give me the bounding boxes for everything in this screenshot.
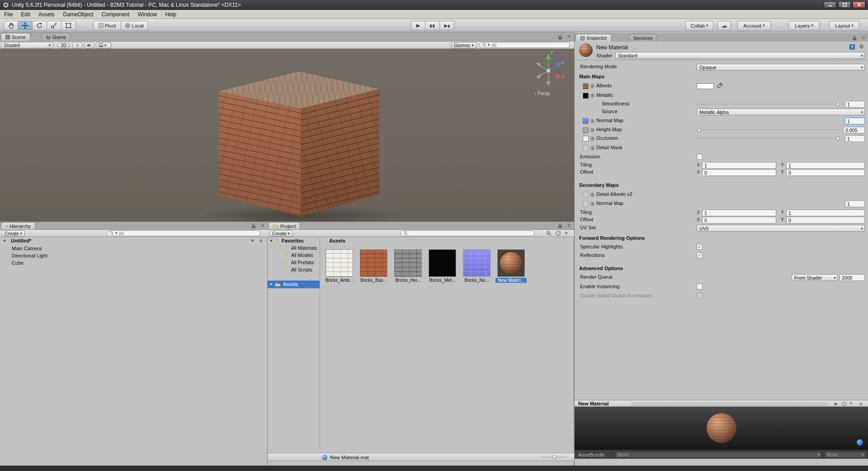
- gizmo-axis-y-label[interactable]: y: [551, 49, 553, 54]
- lock-icon[interactable]: [251, 224, 256, 228]
- slider-knob[interactable]: [836, 137, 840, 141]
- thumbnail-size-slider[interactable]: [541, 455, 567, 459]
- maximize-button[interactable]: [838, 1, 851, 8]
- preview-light-icon[interactable]: ••: [849, 401, 852, 405]
- secondary-offset-x-field[interactable]: 0: [702, 217, 776, 224]
- assets-folder-row[interactable]: ▼ Assets: [268, 281, 320, 288]
- scene-orientation-gizmo[interactable]: y z x: [530, 51, 567, 90]
- lock-icon[interactable]: [558, 35, 562, 40]
- layout-button[interactable]: Layout ▾: [829, 21, 859, 30]
- asset-thumb-bricks-amb[interactable]: [326, 249, 353, 277]
- asset-label[interactable]: Bricks_Met...: [427, 278, 458, 283]
- slider-knob[interactable]: [836, 102, 840, 106]
- hierarchy-item-main-camera[interactable]: Main Camera: [12, 246, 42, 251]
- albedo-texture-thumb[interactable]: [583, 83, 589, 89]
- render-queue-dropdown[interactable]: From Shader ▾: [792, 274, 838, 281]
- cloud-button[interactable]: ☁: [717, 21, 731, 30]
- project-create-button[interactable]: Create ▾: [269, 230, 292, 237]
- hierarchy-item-directional-light[interactable]: Directional Light: [12, 253, 47, 258]
- occlusion-object-picker-icon[interactable]: [590, 137, 594, 141]
- tab-inspector[interactable]: i Inspector: [576, 34, 612, 42]
- search-by-type-icon[interactable]: [546, 231, 552, 236]
- assetbundle-variant-dropdown[interactable]: None ▾: [824, 452, 866, 458]
- assetbundle-dropdown[interactable]: None ▾: [615, 452, 821, 458]
- tab-project[interactable]: Project: [269, 222, 300, 229]
- height-map-slider[interactable]: [697, 128, 840, 132]
- rect-tool-button[interactable]: [61, 21, 76, 30]
- layers-button[interactable]: Layers ▾: [788, 21, 820, 30]
- shader-dropdown[interactable]: Standard ▾: [615, 52, 865, 59]
- albedo-object-picker-icon[interactable]: [590, 84, 594, 88]
- play-button[interactable]: ▶: [411, 21, 425, 30]
- asset-label-selected[interactable]: New Materi...: [495, 278, 527, 283]
- scene-row-menu-icon[interactable]: ≡: [259, 238, 262, 243]
- asset-label[interactable]: Bricks_Bas...: [358, 278, 389, 283]
- metallic-object-picker-icon[interactable]: [590, 94, 594, 98]
- source-dropdown[interactable]: Metallic Alpha ▾: [697, 109, 865, 115]
- occlusion-value-field[interactable]: 1: [845, 135, 865, 142]
- brick-cube-object[interactable]: [219, 71, 379, 216]
- perspective-toggle[interactable]: ‹ Persp: [534, 90, 550, 96]
- reflections-checkbox[interactable]: ✓: [697, 252, 703, 258]
- normal-map-value-field[interactable]: 1: [845, 118, 865, 124]
- albedo-color-swatch[interactable]: [697, 83, 714, 89]
- collab-button[interactable]: Collab ▾: [685, 21, 713, 30]
- detail-albedo-object-picker-icon[interactable]: [590, 193, 594, 197]
- favorites-all-materials[interactable]: All Materials: [291, 245, 317, 251]
- asset-thumb-bricks-bas[interactable]: [360, 249, 387, 277]
- metallic-texture-thumb[interactable]: [583, 93, 589, 99]
- menu-help[interactable]: Help: [161, 11, 180, 18]
- height-map-value-field[interactable]: 0.005: [843, 127, 865, 133]
- emission-checkbox[interactable]: [697, 154, 703, 160]
- project-search-input[interactable]: [401, 230, 534, 236]
- asset-thumb-bricks-hei[interactable]: [394, 249, 422, 277]
- tab-game[interactable]: Game: [42, 33, 71, 41]
- detail-albedo-texture-thumb[interactable]: [583, 192, 589, 198]
- minimize-button[interactable]: [824, 1, 836, 8]
- help-icon[interactable]: ?: [849, 44, 855, 50]
- asset-thumb-bricks-no[interactable]: [463, 249, 491, 277]
- height-map-texture-thumb[interactable]: [583, 127, 589, 133]
- tab-hierarchy[interactable]: ≡ Hierarchy: [1, 222, 35, 229]
- tiling-x-field[interactable]: 1: [702, 162, 776, 169]
- favorites-header[interactable]: Favorites: [282, 238, 304, 243]
- menu-gameobject[interactable]: GameObject: [59, 11, 97, 18]
- collapse-arrow-icon[interactable]: ▼: [3, 239, 6, 243]
- uv-set-dropdown[interactable]: UV0 ▾: [697, 225, 865, 232]
- hand-tool-button[interactable]: [4, 21, 18, 30]
- detail-mask-texture-thumb[interactable]: [583, 145, 589, 151]
- menu-icon[interactable]: ≡: [261, 223, 264, 228]
- move-tool-button[interactable]: [18, 21, 33, 30]
- favorites-all-prefabs[interactable]: All Prefabs: [291, 260, 314, 265]
- hierarchy-item-cube[interactable]: Cube: [12, 260, 24, 266]
- close-button[interactable]: [853, 1, 865, 8]
- occlusion-slider[interactable]: [697, 137, 840, 141]
- menu-component[interactable]: Component: [97, 11, 133, 18]
- menu-file[interactable]: File: [0, 11, 17, 18]
- normal-map-object-picker-icon[interactable]: [590, 119, 594, 123]
- 2d-toggle-button[interactable]: 2D: [58, 42, 69, 48]
- secondary-normal-map-value-field[interactable]: 1: [845, 200, 865, 207]
- height-map-object-picker-icon[interactable]: [590, 128, 594, 132]
- menu-icon[interactable]: ≡: [862, 35, 865, 40]
- render-queue-number-field[interactable]: 2000: [840, 274, 865, 281]
- slider-knob[interactable]: [697, 128, 701, 132]
- smoothness-slider[interactable]: [697, 102, 840, 106]
- pause-button[interactable]: ▮▮: [425, 21, 440, 30]
- preview-drag-handle[interactable]: [631, 402, 828, 405]
- lock-icon[interactable]: [852, 36, 857, 41]
- favorites-all-models[interactable]: All Models: [291, 252, 313, 258]
- rotate-tool-button[interactable]: [33, 21, 47, 30]
- smoothness-value-field[interactable]: 1: [845, 101, 865, 108]
- menu-icon[interactable]: ≡: [568, 33, 571, 39]
- tiling-y-field[interactable]: 1: [786, 162, 865, 169]
- scale-tool-button[interactable]: [47, 21, 61, 30]
- offset-x-field[interactable]: 0: [702, 169, 776, 176]
- hierarchy-create-button[interactable]: Create ▾: [2, 230, 25, 237]
- audio-toggle-button[interactable]: [84, 42, 94, 48]
- secondary-normal-map-object-picker-icon[interactable]: [590, 202, 594, 206]
- lighting-toggle-button[interactable]: [72, 42, 82, 48]
- menu-assets[interactable]: Assets: [34, 11, 59, 18]
- collapse-arrow-icon[interactable]: ▼: [269, 239, 273, 243]
- pivot-button[interactable]: Pivot: [93, 21, 121, 30]
